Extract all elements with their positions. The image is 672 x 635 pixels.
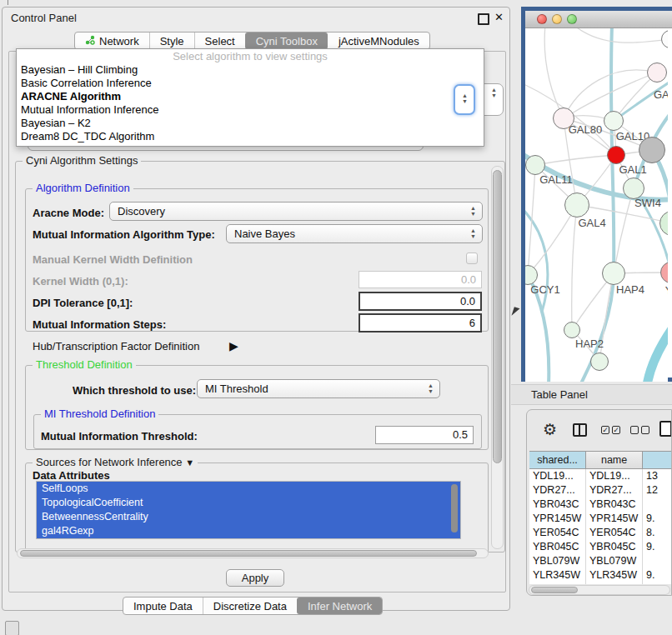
- network-window-titlebar[interactable]: [525, 11, 672, 28]
- network-node-gal10[interactable]: [604, 111, 624, 131]
- settings-hscrollbar[interactable]: [17, 548, 489, 558]
- table-row[interactable]: YIL053CYIL053C9.: [529, 582, 672, 584]
- table-row[interactable]: YBR043CYBR043C: [529, 498, 672, 512]
- checked-checkbox-icon[interactable]: ✓: [612, 426, 620, 434]
- settings-scrollbar[interactable]: [491, 166, 504, 549]
- network-node-hap4[interactable]: [602, 262, 625, 285]
- tab-discretize-data[interactable]: Discretize Data: [203, 598, 297, 614]
- collapse-down-icon[interactable]: ▼: [185, 458, 194, 468]
- minimize-traffic-light[interactable]: [552, 14, 562, 24]
- table-row[interactable]: YBL079WYBL079W: [529, 554, 672, 568]
- table-panel-bar: Table Panel: [511, 384, 672, 405]
- mi-threshold-input[interactable]: 0.5: [375, 426, 474, 444]
- table-window: ⚙ ✓ ✓ shared... name YDL19...YDL19...13Y…: [526, 409, 672, 596]
- data-attribute-item[interactable]: gal4RGexp: [37, 524, 460, 538]
- network-node-hap2[interactable]: [564, 322, 580, 338]
- network-canvas[interactable]: GALGAL80GAL10GAL1GAL11SWI4GAL4GCY1HAP4YH…: [525, 28, 668, 382]
- spinner-up-icon: ▲: [428, 382, 434, 388]
- table-row[interactable]: YBR045CYBR045C9.: [529, 540, 672, 554]
- data-attributes-list[interactable]: SelfLoopsTopologicalCoefficientBetweenne…: [36, 481, 461, 539]
- data-attribute-item[interactable]: SelfLoops: [37, 482, 460, 496]
- tab-network[interactable]: Network: [75, 32, 149, 49]
- table-row[interactable]: YLR345WYLR345W9.: [529, 568, 672, 582]
- network-node-gal4[interactable]: [564, 192, 589, 218]
- collapsed-panel-icon[interactable]: [5, 621, 19, 635]
- mi-steps-input[interactable]: 6: [359, 313, 482, 332]
- mi-threshold-label: Mutual Information Threshold:: [41, 430, 198, 442]
- kernel-width-label: Kernel Width (0,1):: [33, 275, 128, 288]
- column-header-name[interactable]: name: [586, 452, 643, 468]
- apply-button[interactable]: Apply: [226, 569, 284, 587]
- manual-kernel-checkbox[interactable]: [466, 252, 478, 264]
- close-traffic-light[interactable]: [537, 14, 547, 24]
- table-cell: YPR145W: [529, 512, 586, 526]
- column-header-extra[interactable]: [643, 452, 672, 468]
- collapse-right-icon[interactable]: ▶: [229, 339, 238, 352]
- network-node-label: GAL1: [619, 163, 646, 176]
- tab-cyni-toolbox[interactable]: Cyni Toolbox: [245, 32, 328, 49]
- network-node-gal1[interactable]: [607, 146, 625, 164]
- algorithm-option[interactable]: Bayesian – K2: [17, 117, 484, 130]
- network-node[interactable]: [590, 352, 609, 371]
- spinner-up-icon: ▲: [491, 87, 497, 92]
- columns-view-icon[interactable]: [573, 423, 587, 437]
- focused-combo-end[interactable]: ▲▼: [454, 84, 475, 115]
- table-hscrollbar-thumb[interactable]: [531, 587, 578, 593]
- table-row[interactable]: YDL19...YDL19...13: [529, 469, 672, 483]
- aracne-mode-combo[interactable]: Discovery ▲▼: [109, 202, 483, 221]
- table-cell: YDR27...: [586, 483, 643, 498]
- zoom-traffic-light[interactable]: [567, 14, 577, 24]
- algorithm-option[interactable]: Basic Correlation Inference: [17, 77, 484, 90]
- table-cell: YIL053C: [586, 582, 643, 584]
- algorithm-option[interactable]: Mutual Information Inference: [17, 103, 484, 117]
- data-attribute-item[interactable]: BetweennessCentrality: [37, 510, 460, 524]
- which-threshold-combo[interactable]: MI Threshold ▲▼: [197, 379, 440, 398]
- unchecked-checkbox-icon[interactable]: [630, 426, 639, 434]
- table-cell: 12: [643, 483, 672, 498]
- data-attribute-item[interactable]: TopologicalCoefficient: [37, 496, 460, 510]
- control-panel-window: Control Panel ✕ Network Style Select Cyn…: [2, 7, 510, 611]
- hub-definition-label: Hub/Transcription Factor Definition: [33, 340, 199, 352]
- settings-hscrollbar-thumb[interactable]: [20, 550, 477, 557]
- algorithm-option[interactable]: ARACNE Algorithm: [17, 90, 484, 103]
- unchecked-checkbox-icon[interactable]: [641, 426, 649, 434]
- gear-icon[interactable]: ⚙: [543, 420, 557, 439]
- algorithm-option[interactable]: Dream8 DC_TDC Algorithm: [17, 130, 484, 143]
- tab-infer-network[interactable]: Infer Network: [297, 598, 382, 614]
- mi-type-combo[interactable]: Naive Bayes ▲▼: [226, 224, 483, 243]
- tab-select[interactable]: Select: [194, 32, 245, 49]
- table-cell: [643, 498, 672, 512]
- algorithm-option[interactable]: Bayesian – Hill Climbing: [17, 63, 484, 77]
- sources-group-title: Sources for Network Inference ▼: [33, 456, 198, 468]
- table-row[interactable]: YPR145WYPR145W9.: [529, 512, 672, 526]
- network-node-label: HAP2: [575, 338, 604, 350]
- control-panel-tabs: Network Style Select Cyni Toolbox jActiv…: [74, 32, 430, 50]
- kernel-width-input[interactable]: 0.0: [359, 271, 482, 288]
- table-hscrollbar[interactable]: [529, 585, 670, 595]
- network-node-gal11[interactable]: [525, 155, 545, 175]
- which-threshold-label: Which threshold to use:: [73, 384, 196, 397]
- mi-type-label: Mutual Information Algorithm Type:: [33, 228, 215, 241]
- settings-scrollbar-thumb[interactable]: [493, 170, 502, 463]
- mi-type-value: Naive Bayes: [234, 228, 295, 240]
- tab-jactivemnodules[interactable]: jActiveMNodules: [328, 32, 429, 49]
- algorithm-dropdown-header: Select algorithm to view settings: [17, 49, 484, 63]
- table-row[interactable]: YER054CYER054C8.: [529, 526, 672, 540]
- table-row[interactable]: YDR27...YDR27...12: [529, 483, 672, 498]
- dpi-tolerance-input[interactable]: 0.0: [359, 292, 482, 311]
- tab-label: Cyni Toolbox: [256, 35, 318, 48]
- checked-checkbox-icon[interactable]: ✓: [601, 426, 609, 434]
- tab-impute-data[interactable]: Impute Data: [123, 598, 203, 614]
- tab-label: jActiveMNodules: [339, 35, 419, 48]
- column-header-shared[interactable]: shared...: [529, 452, 586, 468]
- tab-style[interactable]: Style: [149, 32, 194, 49]
- close-icon[interactable]: ✕: [494, 11, 504, 23]
- table-cell: YDR27...: [529, 483, 586, 498]
- float-window-icon[interactable]: [478, 13, 489, 25]
- network-node[interactable]: [639, 137, 665, 163]
- control-panel-titlebar[interactable]: Control Panel ✕: [3, 8, 509, 28]
- document-icon[interactable]: [659, 421, 672, 437]
- network-node-gal[interactable]: [647, 62, 667, 82]
- table-header-row: shared... name: [529, 451, 672, 469]
- attributes-scrollbar-thumb[interactable]: [451, 484, 458, 532]
